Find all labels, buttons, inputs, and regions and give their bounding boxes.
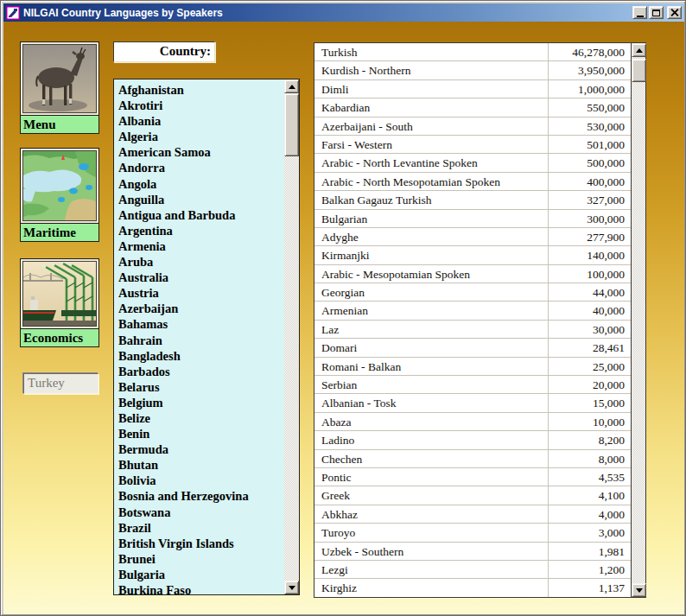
- country-list-item[interactable]: Brunei: [118, 551, 299, 567]
- country-list-item[interactable]: Albania: [118, 113, 299, 129]
- country-list-item[interactable]: Bahamas: [118, 316, 299, 332]
- country-list-item[interactable]: Antigua and Barbuda: [118, 207, 299, 223]
- table-row[interactable]: Armenian 40,000: [314, 302, 631, 320]
- speaker-count-cell: 25,000: [548, 358, 631, 375]
- client-area: Menu Maritime: [3, 22, 684, 614]
- scroll-down-button[interactable]: [284, 581, 299, 594]
- table-row[interactable]: Pontic 4,535: [314, 468, 631, 486]
- speaker-count-cell: 8,000: [548, 450, 631, 467]
- table-row[interactable]: Kirmanjki 140,000: [314, 246, 631, 264]
- table-row[interactable]: Kurdish - Northern 3,950,000: [314, 61, 631, 79]
- close-button[interactable]: [667, 6, 682, 19]
- language-name-cell: Azerbaijani - South: [314, 117, 548, 135]
- language-name-cell: Turoyo: [314, 524, 548, 541]
- country-list-item[interactable]: Algeria: [118, 129, 299, 144]
- country-list-item[interactable]: Australia: [118, 270, 299, 285]
- table-row[interactable]: Arabic - Mesopotamian Spoken 100,000: [314, 265, 631, 283]
- scroll-down-icon: [636, 588, 643, 593]
- table-row[interactable]: Turoyo 3,000: [314, 524, 631, 542]
- country-list-item[interactable]: Austria: [118, 285, 299, 301]
- minimize-button[interactable]: [632, 6, 647, 19]
- table-row[interactable]: Dimli 1,000,000: [314, 80, 631, 98]
- table-row[interactable]: Albanian - Tosk 15,000: [314, 394, 631, 412]
- table-row[interactable]: Kirghiz 1,137: [314, 579, 631, 597]
- country-list-item[interactable]: Angola: [118, 176, 299, 192]
- country-list-scrollbar[interactable]: [284, 79, 299, 594]
- maximize-icon: [652, 10, 660, 16]
- country-list-item[interactable]: Belgium: [118, 395, 299, 410]
- country-list-item[interactable]: Bosnia and Herzegovina: [118, 488, 299, 504]
- scroll-up-button[interactable]: [632, 43, 646, 57]
- table-row[interactable]: Abaza 10,000: [314, 413, 631, 431]
- speaker-count-cell: 4,100: [548, 486, 631, 504]
- speaker-count-cell: 28,461: [548, 339, 631, 356]
- speaker-count-cell: 30,000: [548, 321, 631, 338]
- table-row[interactable]: Azerbaijani - South 530,000: [314, 117, 631, 136]
- minimize-icon: [637, 16, 644, 17]
- table-row[interactable]: Farsi - Western 501,000: [314, 136, 631, 154]
- country-list-item[interactable]: Burkina Faso: [118, 582, 299, 595]
- country-listbox[interactable]: AfghanistanAkrotiriAlbaniaAlgeriaAmerica…: [113, 79, 300, 595]
- country-list-item[interactable]: Brazil: [118, 520, 299, 536]
- table-row[interactable]: Serbian 20,000: [314, 376, 631, 394]
- country-list-item[interactable]: British Virgin Islands: [118, 536, 299, 551]
- table-row[interactable]: Ladino 8,200: [314, 431, 631, 449]
- sidebar-item-economics[interactable]: Economics: [20, 258, 99, 347]
- table-row[interactable]: Arabic - North Mesopotamian Spoken 400,0…: [314, 173, 631, 191]
- table-row[interactable]: Romani - Balkan 25,000: [314, 358, 631, 376]
- country-list-item[interactable]: Bahrain: [118, 333, 299, 348]
- language-name-cell: Balkan Gagauz Turkish: [314, 191, 548, 208]
- table-row[interactable]: Greek 4,100: [314, 486, 631, 505]
- country-list-item[interactable]: Azerbaijan: [118, 301, 299, 316]
- table-scrollbar[interactable]: [631, 43, 645, 597]
- country-list-item[interactable]: American Samoa: [118, 144, 299, 160]
- scrollbar-thumb[interactable]: [284, 93, 299, 156]
- table-row[interactable]: Chechen 8,000: [314, 450, 631, 468]
- country-list-item[interactable]: Bolivia: [118, 473, 299, 488]
- country-list-item[interactable]: Akrotiri: [118, 98, 299, 113]
- maximize-button[interactable]: [649, 6, 664, 19]
- country-label: Country:: [113, 41, 215, 62]
- country-list-item[interactable]: Botswana: [118, 505, 299, 520]
- country-list-items: AfghanistanAkrotiriAlbaniaAlgeriaAmerica…: [114, 79, 299, 595]
- country-list-item[interactable]: Belize: [118, 410, 299, 426]
- table-row[interactable]: Bulgarian 300,000: [314, 210, 631, 228]
- table-row[interactable]: Domari 28,461: [314, 339, 631, 357]
- table-row[interactable]: Kabardian 550,000: [314, 98, 631, 117]
- table-row[interactable]: Arabic - North Levantine Spoken 500,000: [314, 154, 631, 172]
- country-list-item[interactable]: Barbados: [118, 364, 299, 379]
- table-row[interactable]: Abkhaz 4,000: [314, 505, 631, 524]
- selected-country-field[interactable]: Turkey: [23, 373, 98, 394]
- scroll-down-button[interactable]: [632, 583, 646, 597]
- country-list-item[interactable]: Afghanistan: [118, 82, 299, 98]
- table-row[interactable]: Uzbek - Southern 1,981: [314, 543, 631, 561]
- app-icon: [6, 6, 20, 20]
- sidebar-item-maritime[interactable]: Maritime: [20, 148, 99, 242]
- table-row[interactable]: Turkish 46,278,000: [314, 43, 631, 61]
- country-list-item[interactable]: Anguilla: [118, 192, 299, 207]
- country-list-item[interactable]: Armenia: [118, 238, 299, 254]
- country-list-item[interactable]: Bangladesh: [118, 348, 299, 364]
- country-list-item[interactable]: Bulgaria: [118, 567, 299, 582]
- country-list-item[interactable]: Andorra: [118, 160, 299, 175]
- sidebar-item-menu[interactable]: Menu: [20, 41, 99, 134]
- language-name-cell: Adyghe: [314, 228, 548, 245]
- country-list-item[interactable]: Benin: [118, 426, 299, 441]
- language-name-cell: Kurdish - Northern: [314, 61, 548, 79]
- table-row[interactable]: Georgian 44,000: [314, 283, 631, 302]
- title-bar[interactable]: NILGAI Country Languages by Speakers: [3, 3, 684, 22]
- table-row[interactable]: Lezgi 1,200: [314, 561, 631, 579]
- window-title: NILGAI Country Languages by Speakers: [23, 7, 223, 19]
- country-list-item[interactable]: Bhutan: [118, 457, 299, 473]
- language-name-cell: Albanian - Tosk: [314, 394, 548, 411]
- speaker-count-cell: 8,200: [548, 431, 631, 448]
- country-list-item[interactable]: Bermuda: [118, 441, 299, 457]
- table-row[interactable]: Laz 30,000: [314, 321, 631, 339]
- table-row[interactable]: Balkan Gagauz Turkish 327,000: [314, 191, 631, 209]
- scrollbar-thumb[interactable]: [632, 59, 646, 82]
- scroll-up-button[interactable]: [284, 79, 299, 93]
- country-list-item[interactable]: Argentina: [118, 223, 299, 238]
- country-list-item[interactable]: Aruba: [118, 254, 299, 270]
- table-row[interactable]: Adyghe 277,900: [314, 228, 631, 246]
- country-list-item[interactable]: Belarus: [118, 379, 299, 395]
